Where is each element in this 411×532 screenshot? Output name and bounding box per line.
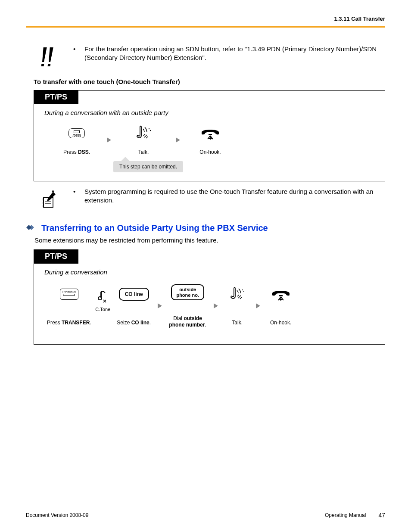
manual-label: Operating Manual bbox=[325, 512, 366, 518]
outside-transfer-heading: Transferring to an Outside Party Using t… bbox=[41, 223, 268, 233]
procedure-context: During a conversation bbox=[44, 268, 374, 276]
svg-point-1 bbox=[150, 130, 151, 131]
section-heading-row: Transferring to an Outside Party Using t… bbox=[26, 223, 385, 233]
svg-point-6 bbox=[242, 289, 243, 290]
arrow-icon bbox=[153, 297, 166, 315]
outside-transfer-procedure: PT/PS During a conversation TRANSFER Pre… bbox=[34, 250, 385, 345]
procedure-context: During a conversation with an outside pa… bbox=[44, 109, 374, 116]
press-transfer-label: Press TRANSFER. bbox=[47, 320, 91, 327]
on-hook-icon bbox=[199, 124, 221, 142]
outside-phone-button-icon: outsidephone no. bbox=[171, 284, 204, 300]
ctone-label: C.Tone bbox=[95, 306, 110, 312]
svg-point-5 bbox=[52, 190, 54, 192]
omit-callout: This step can be omitted. bbox=[113, 161, 183, 172]
pencil-note: System programming is required to use th… bbox=[26, 187, 385, 211]
exclamation-icon bbox=[41, 47, 58, 70]
arrow-icon bbox=[252, 297, 264, 315]
doc-version: Document Version 2008-09 bbox=[26, 512, 88, 518]
on-hook-icon bbox=[270, 285, 292, 303]
important-note: For the transfer operation using an SDN … bbox=[26, 45, 385, 70]
on-hook-label: On-hook. bbox=[199, 149, 221, 156]
one-touch-heading: To transfer with one touch (One-touch Tr… bbox=[26, 78, 385, 85]
breadcrumb: 1.3.11 Call Transfer bbox=[334, 16, 385, 22]
seize-co-line-label: Seize CO line. bbox=[117, 320, 151, 327]
talk-icon bbox=[134, 124, 153, 142]
page-footer: Document Version 2008-09 Operating Manua… bbox=[26, 511, 385, 519]
note-pencil-icon bbox=[40, 189, 59, 211]
dss-button-icon: (DSS) bbox=[68, 128, 84, 138]
co-line-button-icon: CO line bbox=[119, 288, 149, 301]
talk-icon bbox=[229, 285, 246, 303]
footer-divider bbox=[372, 511, 372, 519]
svg-rect-8 bbox=[279, 295, 283, 296]
on-hook-label: On-hook. bbox=[270, 320, 291, 327]
device-tab: PT/PS bbox=[34, 90, 78, 104]
arrow-icon bbox=[209, 297, 222, 315]
one-touch-procedure: PT/PS During a conversation with an outs… bbox=[34, 90, 385, 181]
dial-outside-label: Dial outsidephone number. bbox=[169, 315, 206, 329]
outside-transfer-desc: Some extensions may be restricted from p… bbox=[34, 236, 385, 244]
device-tab: PT/PS bbox=[34, 249, 78, 264]
arrow-icon bbox=[100, 131, 118, 149]
section-header: 1.3.11 Call Transfer bbox=[26, 16, 385, 26]
transfer-button-icon: TRANSFER bbox=[60, 289, 78, 300]
talk-label: Talk. bbox=[232, 320, 243, 327]
important-note-text: For the transfer operation using an SDN … bbox=[84, 45, 383, 62]
press-dss-label: Press DSS. bbox=[63, 149, 90, 156]
svg-point-0 bbox=[149, 128, 149, 129]
page-number: 47 bbox=[378, 512, 385, 519]
diamond-bullet-icon bbox=[26, 224, 37, 233]
svg-rect-2 bbox=[209, 134, 212, 135]
talk-label: Talk. bbox=[138, 149, 149, 156]
ctone-icon bbox=[97, 287, 109, 305]
header-rule bbox=[26, 26, 385, 28]
pencil-note-text: System programming is required to use th… bbox=[84, 187, 383, 205]
svg-point-7 bbox=[243, 291, 244, 292]
arrow-icon bbox=[169, 131, 187, 149]
